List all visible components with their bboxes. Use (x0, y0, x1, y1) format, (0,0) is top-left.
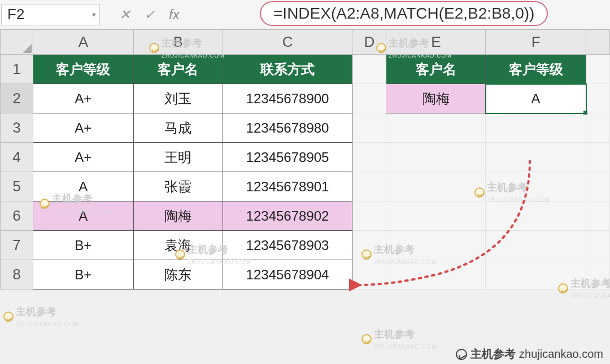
formula-bar: F2 ▼ ✕ ✓ fx =INDEX(A2:A8,MATCH(E2,B2:B8,… (0, 0, 610, 29)
cell-A8[interactable]: B+ (33, 260, 133, 290)
cell-B3[interactable]: 马成 (133, 113, 223, 143)
cell-F7[interactable] (486, 231, 586, 260)
footer-domain: zhujicankao.com (519, 348, 603, 361)
rownum-4[interactable]: 4 (1, 143, 33, 172)
rownum-2[interactable]: 2 (1, 84, 33, 113)
cell-A4[interactable]: A+ (33, 143, 133, 172)
cell-B8[interactable]: 陈东 (133, 260, 223, 290)
cell-C7[interactable]: 12345678903 (223, 231, 352, 260)
cell-E6[interactable] (386, 201, 486, 231)
cell-C8[interactable]: 12345678904 (223, 260, 352, 290)
cell-extra-4[interactable] (586, 143, 610, 172)
cell-E7[interactable] (386, 231, 486, 260)
cell-A6[interactable]: A (33, 201, 133, 231)
col-B[interactable]: B (133, 30, 223, 55)
cell-B6[interactable]: 陶梅 (133, 201, 223, 231)
cell-extra-2[interactable] (586, 84, 610, 113)
cell-extra-3[interactable] (586, 113, 610, 143)
cell-E3[interactable] (386, 113, 486, 143)
name-box-dropdown-icon[interactable]: ▼ (91, 11, 97, 18)
cell-B7[interactable]: 袁海 (133, 231, 223, 260)
cell-F4[interactable] (486, 143, 586, 172)
cell-D8[interactable] (352, 260, 386, 290)
cell-A1[interactable]: 客户等级 (33, 55, 133, 84)
cell-C2[interactable]: 12345678900 (223, 84, 352, 113)
cell-A5[interactable]: A (33, 172, 133, 201)
cell-F3[interactable] (486, 113, 586, 143)
cell-D5[interactable] (352, 172, 386, 201)
cell-E4[interactable] (386, 143, 486, 172)
col-C[interactable]: C (223, 30, 352, 55)
footer-brand: 主机参考 (470, 347, 516, 362)
name-box-value: F2 (7, 6, 24, 23)
cell-D3[interactable] (352, 113, 386, 143)
cell-D4[interactable] (352, 143, 386, 172)
select-all-corner[interactable] (1, 30, 33, 55)
cell-E8[interactable] (386, 260, 486, 290)
footer-logo-icon (456, 349, 467, 360)
col-E[interactable]: E (386, 30, 486, 55)
cell-A7[interactable]: B+ (33, 231, 133, 260)
rownum-8[interactable]: 8 (1, 260, 33, 290)
cell-extra-7[interactable] (586, 231, 610, 260)
cell-D6[interactable] (352, 201, 386, 231)
row-3: 3 A+ 马成 12345678980 (1, 113, 610, 143)
cell-extra-1[interactable] (586, 55, 610, 84)
watermark: 主机参考ZHUJICANKAO.COM (3, 305, 79, 328)
fx-icon[interactable]: fx (169, 7, 180, 23)
cell-F5[interactable] (486, 172, 586, 201)
grid[interactable]: A B C D E F 1 客户等级 客户名 联系方式 客户名 客户等级 2 A… (0, 29, 610, 290)
formula-input[interactable]: =INDEX(A2:A8,MATCH(E2,B2:B8,0)) (260, 1, 548, 26)
rownum-5[interactable]: 5 (1, 172, 33, 201)
rownum-1[interactable]: 1 (1, 55, 33, 84)
cell-B5[interactable]: 张霞 (133, 172, 223, 201)
cancel-icon[interactable]: ✕ (119, 7, 130, 23)
rownum-6[interactable]: 6 (1, 201, 33, 231)
cell-D2[interactable] (352, 84, 386, 113)
cell-E2[interactable]: 陶梅 (386, 84, 486, 113)
cell-C3[interactable]: 12345678980 (223, 113, 352, 143)
cell-extra-5[interactable] (586, 172, 610, 201)
cell-F8[interactable] (486, 260, 586, 290)
col-extra[interactable] (586, 30, 610, 55)
cell-extra-6[interactable] (586, 201, 610, 231)
cell-C4[interactable]: 12345678905 (223, 143, 352, 172)
col-D[interactable]: D (352, 30, 386, 55)
col-A[interactable]: A (33, 30, 133, 55)
row-6: 6 A 陶梅 12345678902 (1, 201, 610, 231)
column-headers: A B C D E F (1, 30, 610, 55)
row-8: 8 B+ 陈东 12345678904 (1, 260, 610, 290)
cell-F2-selected[interactable]: A (486, 84, 586, 113)
rownum-7[interactable]: 7 (1, 231, 33, 260)
confirm-icon[interactable]: ✓ (144, 7, 155, 23)
row-2: 2 A+ 刘玉 12345678900 陶梅 A (1, 84, 610, 113)
row-4: 4 A+ 王明 12345678905 (1, 143, 610, 172)
cell-A2[interactable]: A+ (33, 84, 133, 113)
cell-C6[interactable]: 12345678902 (223, 201, 352, 231)
formula-bar-buttons: ✕ ✓ fx (106, 7, 193, 23)
cell-extra-8[interactable] (586, 260, 610, 290)
row-1: 1 客户等级 客户名 联系方式 客户名 客户等级 (1, 55, 610, 84)
footer-watermark: 主机参考 zhujicankao.com (456, 347, 603, 362)
rownum-3[interactable]: 3 (1, 113, 33, 143)
cell-E5[interactable] (386, 172, 486, 201)
spreadsheet: A B C D E F 1 客户等级 客户名 联系方式 客户名 客户等级 2 A… (0, 29, 610, 290)
cell-F1[interactable]: 客户等级 (486, 55, 586, 84)
cell-B1[interactable]: 客户名 (133, 55, 223, 84)
watermark: 主机参考ZHUJICANKAO.COM (361, 327, 437, 350)
cell-B4[interactable]: 王明 (133, 143, 223, 172)
cell-F6[interactable] (486, 201, 586, 231)
cell-C5[interactable]: 12345678901 (223, 172, 352, 201)
cell-C1[interactable]: 联系方式 (223, 55, 352, 84)
row-5: 5 A 张霞 12345678901 (1, 172, 610, 201)
col-F[interactable]: F (486, 30, 586, 55)
cell-E1[interactable]: 客户名 (386, 55, 486, 84)
row-7: 7 B+ 袁海 12345678903 (1, 231, 610, 260)
cell-D1[interactable] (352, 55, 386, 84)
name-box[interactable]: F2 ▼ (1, 4, 100, 25)
cell-A3[interactable]: A+ (33, 113, 133, 143)
cell-B2[interactable]: 刘玉 (133, 84, 223, 113)
cell-D7[interactable] (352, 231, 386, 260)
